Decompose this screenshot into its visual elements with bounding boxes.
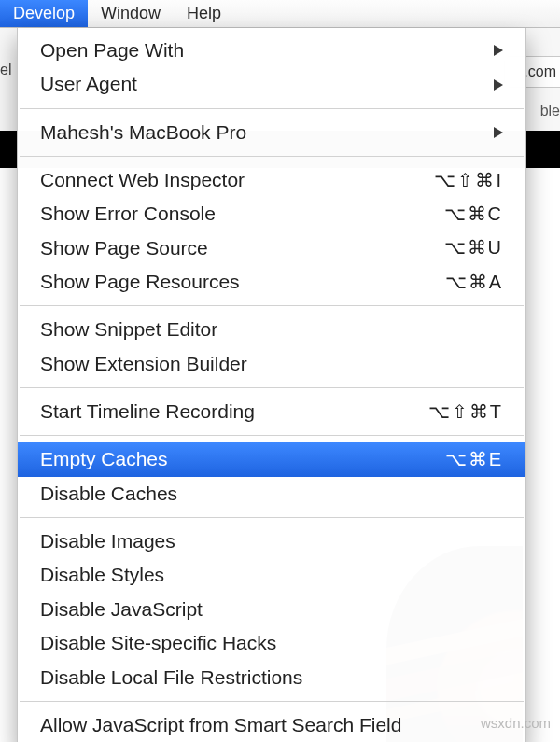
menu-separator [20, 435, 524, 436]
bg-fragment-right: ble [540, 103, 560, 119]
keyboard-shortcut: ⌥⇧⌘T [428, 399, 503, 425]
keyboard-shortcut: ⌥⌘A [445, 270, 503, 295]
menu-item-disable-caches[interactable]: Disable Caches [18, 477, 525, 511]
menu-item-label: Empty Caches [40, 446, 445, 472]
menu-item-label: Disable Local File Restrictions [40, 665, 503, 691]
menu-help-label: Help [187, 4, 221, 23]
menu-bar: Develop Window Help [0, 0, 560, 28]
keyboard-shortcut: ⌥⌘C [444, 202, 503, 227]
menu-item-disable-site-specific-hacks[interactable]: Disable Site-specific Hacks [18, 626, 525, 660]
menu-item-show-snippet-editor[interactable]: Show Snippet Editor [18, 313, 525, 346]
bg-link-fragment: /atc [527, 398, 560, 422]
menu-item-disable-images[interactable]: Disable Images [18, 525, 525, 558]
menu-item-label: User Agent [40, 71, 494, 97]
menu-develop-label: Develop [13, 4, 75, 23]
menu-separator [20, 108, 524, 109]
menu-item-disable-javascript[interactable]: Disable JavaScript [18, 593, 525, 626]
menu-item-show-error-console[interactable]: Show Error Console ⌥⌘C [18, 197, 525, 231]
menu-item-label: Disable Styles [40, 562, 503, 588]
menu-item-user-agent[interactable]: User Agent [18, 67, 525, 101]
menu-item-label: Disable Caches [40, 481, 503, 507]
menu-item-label: Show Extension Builder [40, 351, 503, 377]
menu-item-connect-web-inspector[interactable]: Connect Web Inspector ⌥⇧⌘I [18, 163, 525, 197]
menu-item-disable-local-file-restrictions[interactable]: Disable Local File Restrictions [18, 661, 525, 694]
menu-item-label: Allow JavaScript from Smart Search Field [40, 712, 503, 738]
menu-item-label: Disable Site-specific Hacks [40, 630, 503, 656]
menu-item-show-extension-builder[interactable]: Show Extension Builder [18, 347, 525, 381]
keyboard-shortcut: ⌥⇧⌘I [434, 168, 503, 193]
menu-develop[interactable]: Develop [0, 0, 88, 27]
menu-item-label: Open Page With [40, 37, 494, 63]
develop-dropdown: Open Page With User Agent Mahesh's MacBo… [17, 28, 526, 742]
menu-item-label: Show Page Resources [40, 269, 445, 295]
menu-item-open-page-with[interactable]: Open Page With [18, 34, 525, 67]
menu-window[interactable]: Window [88, 0, 174, 27]
menu-separator [20, 305, 524, 306]
menu-item-label: Connect Web Inspector [40, 167, 434, 193]
menu-separator [20, 387, 524, 388]
submenu-arrow-icon [494, 79, 503, 91]
bg-fragment-left: el [0, 62, 11, 78]
keyboard-shortcut: ⌥⌘U [444, 235, 503, 260]
menu-item-empty-caches[interactable]: Empty Caches ⌥⌘E [18, 442, 525, 476]
submenu-arrow-icon [494, 127, 503, 138]
menu-item-allow-js-smart-search[interactable]: Allow JavaScript from Smart Search Field [18, 708, 525, 742]
menu-help[interactable]: Help [174, 0, 234, 27]
menu-item-label: Disable Images [40, 528, 503, 554]
menu-item-label: Mahesh's MacBook Pro [40, 119, 494, 146]
submenu-arrow-icon [494, 45, 503, 56]
menu-item-label: Show Error Console [40, 201, 444, 227]
menu-item-device[interactable]: Mahesh's MacBook Pro [18, 116, 525, 149]
menu-item-label: Disable JavaScript [40, 596, 503, 623]
menu-item-show-page-resources[interactable]: Show Page Resources ⌥⌘A [18, 265, 525, 299]
keyboard-shortcut: ⌥⌘E [445, 447, 503, 472]
menu-separator [20, 156, 524, 157]
menu-item-label: Start Timeline Recording [40, 399, 428, 425]
menu-separator [20, 701, 524, 702]
bg-heading-fragment: ht [532, 319, 558, 358]
menu-item-label: Show Snippet Editor [40, 316, 503, 343]
menu-item-label: Show Page Source [40, 235, 444, 261]
menu-separator [20, 517, 524, 518]
menu-item-start-timeline-recording[interactable]: Start Timeline Recording ⌥⇧⌘T [18, 395, 525, 428]
menu-item-disable-styles[interactable]: Disable Styles [18, 558, 525, 592]
menu-window-label: Window [101, 4, 161, 23]
menu-item-show-page-source[interactable]: Show Page Source ⌥⌘U [18, 231, 525, 265]
